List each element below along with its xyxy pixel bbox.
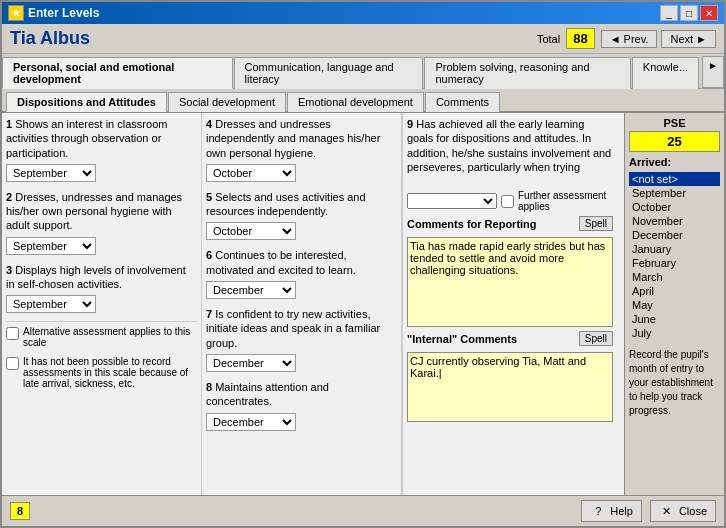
item-7-dropdown-row: December January bbox=[206, 354, 397, 372]
further-checkbox[interactable] bbox=[501, 195, 514, 208]
further-label: Further assessment applies bbox=[518, 190, 613, 212]
month-item-3[interactable]: November bbox=[629, 214, 720, 228]
record-text: Record the pupil's month of entry to you… bbox=[629, 348, 720, 418]
main-window: ★ Enter Levels _ □ ✕ Tia Albus Total 88 … bbox=[0, 0, 726, 528]
item-2-text: 2 Dresses, undresses and manages his/her… bbox=[6, 190, 197, 233]
total-value: 88 bbox=[566, 28, 594, 49]
item-4-number: 4 bbox=[206, 118, 215, 130]
internal-comment-textarea[interactable] bbox=[407, 352, 613, 422]
tab-social-dev[interactable]: Social development bbox=[168, 92, 286, 112]
window-icon: ★ bbox=[8, 5, 24, 21]
tab-communication[interactable]: Communication, language and literacy bbox=[234, 57, 424, 89]
comments-label: Comments for Reporting bbox=[407, 218, 537, 230]
item-5: 5 Selects and uses activities and resour… bbox=[206, 190, 397, 241]
internal-comments-label: "Internal" Comments bbox=[407, 333, 517, 345]
month-list: <not set>SeptemberOctoberNovemberDecembe… bbox=[629, 172, 720, 340]
spell-button[interactable]: Spell bbox=[579, 216, 613, 231]
bottom-bar: 8 ? Help ✕ Close bbox=[2, 495, 724, 526]
tab-problem-solving[interactable]: Problem solving, reasoning and numeracy bbox=[424, 57, 630, 89]
item-5-text: 5 Selects and uses activities and resour… bbox=[206, 190, 397, 219]
help-button[interactable]: ? Help bbox=[581, 500, 642, 522]
arrived-label: Arrived: bbox=[629, 156, 720, 168]
column-3: 9 Has achieved all the early learning go… bbox=[402, 113, 617, 495]
item-4-dropdown-row: October November bbox=[206, 164, 397, 182]
next-button[interactable]: Next ► bbox=[661, 30, 716, 48]
item-2-select[interactable]: September October bbox=[6, 237, 96, 255]
bottom-right-buttons: ? Help ✕ Close bbox=[581, 500, 716, 522]
item-9: 9 Has achieved all the early learning go… bbox=[407, 117, 613, 178]
further-row: Further assessment applies bbox=[407, 190, 613, 212]
item-3: 3 Displays high levels of involvement in… bbox=[6, 263, 197, 314]
item-1: 1 Shows an interest in classroom activit… bbox=[6, 117, 197, 182]
tab-emotional-dev[interactable]: Emotional development bbox=[287, 92, 424, 112]
item-4-select[interactable]: October November bbox=[206, 164, 296, 182]
item-2: 2 Dresses, undresses and manages his/her… bbox=[6, 190, 197, 255]
alt-check-2-input[interactable] bbox=[6, 357, 19, 370]
content-area: 1 Shows an interest in classroom activit… bbox=[2, 113, 624, 495]
alt-check-2[interactable]: It has not been possible to record asses… bbox=[6, 356, 197, 389]
item-6-text: 6 Continues to be interested, motivated … bbox=[206, 248, 397, 277]
spell2-button[interactable]: Spell bbox=[579, 331, 613, 346]
alt-check-1[interactable]: Alternative assessment applies to this s… bbox=[6, 326, 197, 348]
item-5-select[interactable]: October November bbox=[206, 222, 296, 240]
item-5-number: 5 bbox=[206, 191, 215, 203]
item-6-select[interactable]: December January bbox=[206, 281, 296, 299]
tab-comments[interactable]: Comments bbox=[425, 92, 500, 112]
month-item-2[interactable]: October bbox=[629, 200, 720, 214]
item-7-select[interactable]: December January bbox=[206, 354, 296, 372]
month-item-7[interactable]: March bbox=[629, 270, 720, 284]
tab-knowledge[interactable]: Knowle... bbox=[632, 57, 699, 89]
column-1: 1 Shows an interest in classroom activit… bbox=[2, 113, 202, 495]
month-item-10[interactable]: June bbox=[629, 312, 720, 326]
close-window-button[interactable]: ✕ bbox=[700, 5, 718, 21]
item-9-number: 9 bbox=[407, 118, 416, 130]
pse-badge: 25 bbox=[629, 131, 720, 152]
minimize-button[interactable]: _ bbox=[660, 5, 678, 21]
item-1-number: 1 bbox=[6, 118, 15, 130]
month-item-4[interactable]: December bbox=[629, 228, 720, 242]
month-item-0[interactable]: <not set> bbox=[629, 172, 720, 186]
month-item-8[interactable]: April bbox=[629, 284, 720, 298]
month-item-9[interactable]: May bbox=[629, 298, 720, 312]
total-label: Total bbox=[537, 33, 560, 45]
item-7-number: 7 bbox=[206, 308, 215, 320]
tabs-row1: Personal, social and emotional developme… bbox=[2, 54, 724, 89]
item-8-dropdown-row: December January bbox=[206, 413, 397, 431]
item-8-select[interactable]: December January bbox=[206, 413, 296, 431]
help-label: Help bbox=[610, 505, 633, 517]
nav-buttons: ◄ Prev. Next ► bbox=[601, 30, 716, 48]
item-3-text: 3 Displays high levels of involvement in… bbox=[6, 263, 197, 292]
comments-header: Comments for Reporting Spell bbox=[407, 216, 613, 231]
window-title: Enter Levels bbox=[28, 6, 99, 20]
right-panel: PSE 25 Arrived: <not set>SeptemberOctobe… bbox=[624, 113, 724, 495]
item-9-text: 9 Has achieved all the early learning go… bbox=[407, 117, 613, 174]
item-1-select[interactable]: September October November December bbox=[6, 164, 96, 182]
month-item-11[interactable]: July bbox=[629, 326, 720, 340]
item-7: 7 Is confident to try new activities, in… bbox=[206, 307, 397, 372]
item-6: 6 Continues to be interested, motivated … bbox=[206, 248, 397, 299]
item-2-dropdown-row: September October bbox=[6, 237, 197, 255]
alt-check-1-input[interactable] bbox=[6, 327, 19, 340]
close-icon: ✕ bbox=[659, 503, 675, 519]
comment-textarea[interactable] bbox=[407, 237, 613, 327]
title-bar-left: ★ Enter Levels bbox=[8, 5, 99, 21]
close-button[interactable]: ✕ Close bbox=[650, 500, 716, 522]
month-item-6[interactable]: February bbox=[629, 256, 720, 270]
further-select[interactable] bbox=[407, 193, 497, 209]
item-3-select[interactable]: September October bbox=[6, 295, 96, 313]
alt-check-1-label: Alternative assessment applies to this s… bbox=[23, 326, 197, 348]
item-5-dropdown-row: October November bbox=[206, 222, 397, 240]
maximize-button[interactable]: □ bbox=[680, 5, 698, 21]
item-2-number: 2 bbox=[6, 191, 15, 203]
month-item-1[interactable]: September bbox=[629, 186, 720, 200]
item-7-text: 7 Is confident to try new activities, in… bbox=[206, 307, 397, 350]
tab-dispositions[interactable]: Dispositions and Attitudes bbox=[6, 92, 167, 112]
item-8: 8 Maintains attention and concentrates. … bbox=[206, 380, 397, 431]
prev-button[interactable]: ◄ Prev. bbox=[601, 30, 658, 48]
tab-personal-social[interactable]: Personal, social and emotional developme… bbox=[2, 57, 233, 89]
month-item-5[interactable]: January bbox=[629, 242, 720, 256]
tab-nav-arrow[interactable]: ► bbox=[702, 56, 724, 88]
header-bar: Tia Albus Total 88 ◄ Prev. Next ► bbox=[2, 24, 724, 54]
pse-label: PSE bbox=[629, 117, 720, 129]
student-name: Tia Albus bbox=[10, 28, 90, 49]
